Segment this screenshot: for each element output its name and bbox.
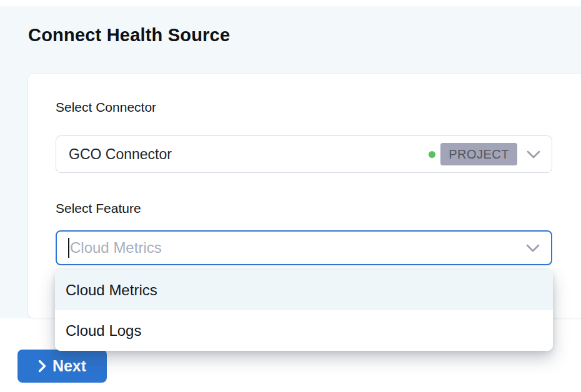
next-button-label: Next	[52, 357, 86, 375]
chevron-down-icon	[526, 244, 540, 252]
page-title: Connect Health Source	[28, 25, 230, 46]
scope-badge: PROJECT	[440, 143, 517, 165]
connect-health-source-page: Connect Health Source Select Connector G…	[0, 0, 581, 392]
feature-placeholder: Cloud Metrics	[70, 239, 526, 257]
next-button[interactable]: Next	[17, 350, 107, 383]
connector-label: Select Connector	[56, 100, 156, 115]
status-dot-icon	[429, 151, 435, 158]
feature-combobox[interactable]: Cloud Metrics	[56, 230, 552, 265]
option-cloud-logs[interactable]: Cloud Logs	[55, 310, 553, 351]
connector-select[interactable]: GCO Connector PROJECT	[56, 135, 552, 173]
chevron-down-icon	[527, 150, 540, 159]
chevron-right-icon	[38, 360, 46, 373]
connector-selected-value: GCO Connector	[69, 146, 429, 163]
text-cursor	[68, 238, 69, 258]
feature-options-menu: Cloud Metrics Cloud Logs	[55, 270, 553, 351]
feature-label: Select Feature	[56, 201, 141, 216]
option-cloud-metrics[interactable]: Cloud Metrics	[55, 270, 553, 310]
